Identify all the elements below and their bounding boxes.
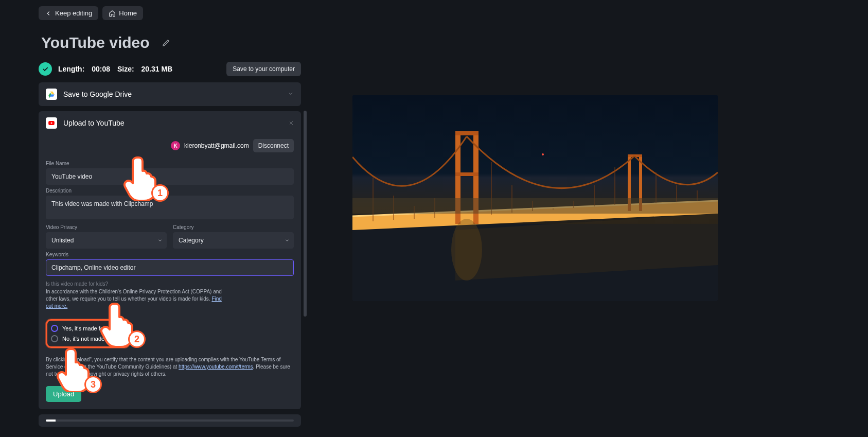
page-title: YouTube video [41, 34, 150, 51]
progress-panel [39, 414, 301, 427]
disconnect-button[interactable]: Disconnect [253, 139, 294, 152]
gdrive-panel[interactable]: Save to Google Drive [39, 82, 301, 106]
filename-label: File Name [46, 161, 294, 166]
chevron-down-icon [288, 90, 294, 98]
privacy-select[interactable]: Unlisted [46, 232, 167, 249]
privacy-label: Video Privacy [46, 224, 167, 230]
pencil-icon [162, 39, 170, 47]
filename-input[interactable] [46, 168, 294, 185]
kids-question: Is this video made for kids? [46, 281, 294, 287]
svg-rect-25 [352, 198, 718, 214]
category-select[interactable]: Category [173, 232, 294, 249]
account-email: kieronbyatt@gmail.com [184, 142, 249, 149]
scrollbar[interactable] [304, 82, 307, 363]
size-value: 20.31 MB [141, 65, 173, 73]
progress-bar [46, 419, 294, 422]
keep-editing-button[interactable]: Keep editing [39, 6, 98, 20]
upload-button[interactable]: Upload [46, 386, 81, 402]
size-label: Size: [117, 65, 134, 73]
close-icon[interactable] [289, 119, 294, 127]
radio-icon [51, 335, 58, 342]
description-label: Description [46, 188, 294, 194]
youtube-panel: Upload to YouTube K kieronbyatt@gmail.co… [39, 111, 301, 409]
avatar: K [171, 141, 180, 150]
length-value: 00:08 [92, 65, 110, 73]
length-label: Length: [58, 65, 84, 73]
scrollbar-thumb[interactable] [304, 111, 307, 317]
svg-rect-6 [455, 131, 479, 135]
status-badge [39, 62, 52, 76]
video-meta: Length: 00:08 Size: 20.31 MB [58, 65, 172, 73]
radio-no[interactable]: No, it's not made for kids [50, 334, 126, 344]
kids-para: In accordance with the Children's Online… [46, 288, 226, 310]
terms-link[interactable]: https://www.youtube.com/t/terms [179, 364, 253, 370]
kids-radio-group: Yes, it's made for kids No, it's not mad… [46, 319, 130, 348]
keywords-label: Keywords [46, 252, 294, 257]
save-to-computer-button[interactable]: Save to your computer [226, 62, 301, 76]
video-preview [352, 95, 718, 301]
youtube-title: Upload to YouTube [63, 119, 125, 127]
keywords-input[interactable] [46, 259, 294, 276]
edit-title-button[interactable] [159, 36, 173, 50]
svg-point-26 [451, 219, 482, 281]
svg-rect-7 [455, 172, 479, 176]
home-button[interactable]: Home [102, 6, 143, 20]
legal-text: By clicking "Upload", you certify that t… [46, 356, 294, 378]
category-label: Category [173, 224, 294, 230]
radio-yes[interactable]: Yes, it's made for kids [50, 323, 126, 334]
progress-fill [46, 419, 56, 422]
gdrive-title: Save to Google Drive [63, 90, 132, 98]
google-drive-icon [46, 89, 57, 100]
youtube-icon [46, 117, 57, 129]
svg-point-2 [542, 153, 544, 155]
keep-editing-label: Keep editing [55, 9, 92, 17]
radio-icon [51, 325, 58, 332]
home-label: Home [119, 9, 137, 17]
arrow-left-icon [45, 10, 52, 17]
check-icon [42, 65, 49, 73]
description-input[interactable] [46, 196, 294, 219]
home-icon [109, 10, 116, 17]
